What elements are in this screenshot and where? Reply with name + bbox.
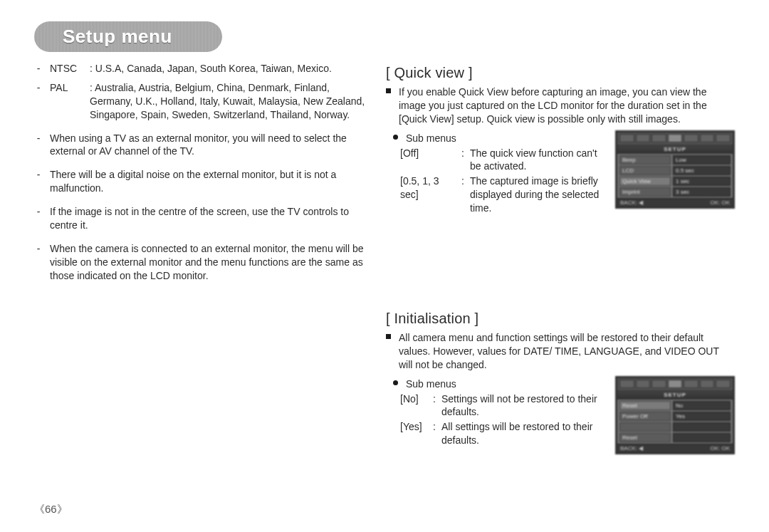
dash-icon: - [34,242,43,283]
lcd-row [619,422,731,432]
lcd-row-val: 3 sec [673,187,731,197]
submenu-desc: The captured image is briefly displayed … [470,174,608,215]
lcd-footer: BACK: ◀ OK: OK [617,444,733,452]
lcd-back-hint: BACK: ◀ [620,199,643,207]
two-column-layout: - NTSC : U.S.A, Canada, Japan, South Kor… [34,62,735,454]
lcd-row: LCD0.5 sec [619,166,731,175]
quickview-heading: [ Quick view ] [386,63,735,83]
wrench-icon [668,380,683,388]
submenu-def-row: [No] : Settings will not be restored to … [400,392,608,419]
lcd-row-val: No [673,401,731,410]
note-text: When the camera is connected to an exter… [50,242,372,283]
lcd-row-key: Quick View [619,177,671,186]
init-section: [ Initialisation ] All camera menu and f… [386,309,735,454]
submenu-desc: The quick view function can't be activat… [470,147,608,174]
lcd-back-hint: BACK: ◀ [620,444,643,452]
video-std-countries: : Australia, Austria, Belgium, China, De… [90,81,372,122]
lcd-row-key: Imprint [619,187,671,197]
note-row: - There will be a digital noise on the e… [34,168,372,195]
submenu-term: [Off] [400,147,459,174]
lcd-row-val: Low [673,155,731,165]
dash-icon: - [34,168,43,195]
init-intro-row: All camera menu and function settings wi… [386,331,735,372]
init-submenu-text: Sub menus [No] : Settings will not be re… [386,376,608,454]
video-std-countries: : U.S.A, Canada, Japan, South Korea, Tai… [90,62,372,75]
lcd-ok-hint: OK: OK [710,199,730,207]
note-row: - If the image is not in the centre of t… [34,205,372,232]
lcd-row-key: Beep [619,155,671,165]
round-bullet-icon [393,132,400,145]
quickview-intro-text: If you enable Quick View before capturin… [399,85,735,126]
dash-icon: - [34,62,43,75]
lcd-rows: BeepLow LCD0.5 sec Quick View1 sec Impri… [617,154,733,197]
page-title: Setup menu [34,21,222,52]
submenu-label-row: Sub menus [393,132,608,145]
lcd-screenshot: SETUP ResetNo Power OffYes Reset BACK: ◀… [615,376,735,454]
lcd-row-val: Yes [673,412,731,421]
note-text: If the image is not in the centre of the… [50,205,372,232]
page-number: 《66》 [34,503,68,516]
lcd-row-key: LCD [619,166,671,175]
lcd-row-selected: ResetNo [619,401,731,410]
lcd-row-val [673,422,731,432]
video-std-ntsc-row: - NTSC : U.S.A, Canada, Japan, South Kor… [34,62,372,75]
video-std-code: NTSC [50,62,83,75]
quickview-submenu-block: Sub menus [Off] : The quick view functio… [386,130,735,217]
submenu-label: Sub menus [406,377,608,391]
submenu-def-row: [0.5, 1, 3 sec] : The captured image is … [400,174,608,215]
lcd-row: Reset [619,433,731,442]
submenu-desc: Settings will not be restored to their d… [441,392,608,419]
lcd-row-val [673,433,731,442]
submenu-label-row: Sub menus [393,377,608,391]
lcd-row-val: 1 sec [673,177,731,186]
submenu-term: [0.5, 1, 3 sec] [400,174,459,215]
quickview-intro-row: If you enable Quick View before capturin… [386,85,735,126]
lcd-footer: BACK: ◀ OK: OK [617,198,733,207]
lcd-row-selected: Quick View1 sec [619,177,731,186]
init-heading: [ Initialisation ] [386,309,735,328]
lcd-row: Imprint3 sec [619,187,731,197]
note-text: When using a TV as an external monitor, … [50,132,372,159]
ntsc-countries-text: U.S.A, Canada, Japan, South Korea, Taiwa… [95,63,332,74]
submenu-term: [No] [400,392,430,419]
wrench-icon [668,134,683,142]
lcd-row-key [619,422,671,432]
lcd-row: BeepLow [619,155,731,165]
submenu-desc: All settings will be restored to their d… [441,420,608,447]
note-text: There will be a digital noise on the ext… [50,168,372,195]
lcd-ribbon: SETUP [617,391,733,400]
submenu-def-row: [Off] : The quick view function can't be… [400,147,608,174]
lcd-tabs [617,378,733,391]
lcd-ribbon: SETUP [617,145,733,154]
init-submenu-block: Sub menus [No] : Settings will not be re… [386,376,735,454]
dash-icon: - [34,205,43,232]
submenu-term: [Yes] [400,420,430,447]
lcd-row-key: Reset [619,401,671,410]
colon: : [461,174,467,215]
lcd-ok-hint: OK: OK [710,444,730,452]
note-row: - When the camera is connected to an ext… [34,242,372,283]
colon: : [433,420,439,447]
quickview-submenu-text: Sub menus [Off] : The quick view functio… [386,130,608,217]
init-intro-text: All camera menu and function settings wi… [399,331,735,372]
lcd-screenshot: SETUP BeepLow LCD0.5 sec Quick View1 sec… [615,130,735,209]
init-lcd-thumbnail: SETUP ResetNo Power OffYes Reset BACK: ◀… [615,376,735,454]
left-column: - NTSC : U.S.A, Canada, Japan, South Kor… [34,62,372,454]
colon: : [433,392,439,419]
video-std-pal-row: - PAL : Australia, Austria, Belgium, Chi… [34,81,372,122]
note-row: - When using a TV as an external monitor… [34,132,372,159]
lcd-row-key: Power Off [619,412,671,421]
submenu-def-row: [Yes] : All settings will be restored to… [400,420,608,447]
manual-page: Setup menu - NTSC : U.S.A, Canada, Japan… [0,0,769,532]
pal-countries-text: Australia, Austria, Belgium, China, Denm… [90,82,365,120]
colon: : [461,147,467,174]
lcd-rows: ResetNo Power OffYes Reset [617,400,733,442]
dash-icon: - [34,132,43,159]
video-std-code: PAL [50,81,83,122]
round-bullet-icon [393,377,400,391]
lcd-tabs [617,132,733,145]
square-bullet-icon [386,331,393,372]
submenu-label: Sub menus [406,132,608,145]
dash-icon: - [34,81,43,122]
lcd-row: Power OffYes [619,412,731,421]
